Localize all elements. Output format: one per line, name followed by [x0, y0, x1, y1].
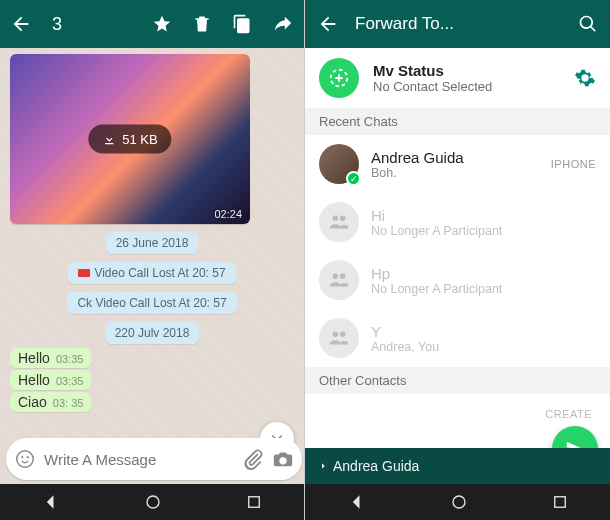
status-title: Mv Status: [373, 62, 492, 79]
composer: [0, 434, 304, 484]
video-icon: [78, 269, 90, 277]
selected-recipient-name: Andrea Guida: [333, 458, 419, 474]
nav-back-icon[interactable]: [347, 492, 367, 512]
selected-count: 3: [52, 14, 62, 35]
nav-back-icon[interactable]: [41, 492, 61, 512]
svg-rect-7: [554, 497, 565, 508]
gear-icon[interactable]: [574, 67, 596, 89]
contact-name: Hi: [371, 207, 596, 224]
create-hint: CREATE: [545, 408, 592, 420]
status-subtitle: No Contact Selected: [373, 79, 492, 94]
back-arrow-icon[interactable]: [10, 13, 32, 35]
date-divider: 26 June 2018: [106, 232, 199, 254]
search-icon[interactable]: [578, 14, 598, 34]
system-message: Video Call Lost At 20: 57: [68, 262, 235, 284]
svg-rect-4: [248, 497, 259, 508]
camera-icon[interactable]: [272, 448, 294, 470]
contact-row[interactable]: HpNo Longer A Participant: [305, 251, 610, 309]
download-pill[interactable]: 51 KB: [88, 125, 171, 154]
section-recent-chats: Recent Chats: [305, 108, 610, 135]
composer-box: [6, 438, 302, 480]
contact-tag: IPHONE: [551, 158, 596, 170]
contact-sub: No Longer A Participant: [371, 282, 596, 296]
contact-row[interactable]: HiNo Longer A Participant: [305, 193, 610, 251]
group-icon: [319, 260, 359, 300]
my-status-row[interactable]: Mv Status No Contact Selected: [305, 48, 610, 108]
contact-name: Andrea Guida: [371, 149, 539, 166]
message-out[interactable]: Ciao03: 35: [10, 392, 91, 412]
group-icon: [319, 318, 359, 358]
delete-icon[interactable]: [192, 14, 212, 34]
forward-pane: Forward To... Mv Status No Contact Selec…: [305, 0, 610, 520]
svg-point-2: [27, 456, 29, 458]
chat-pane: 3 51 KB 02:24 26 June 2018 Video Call Lo…: [0, 0, 305, 520]
back-arrow-icon[interactable]: [317, 13, 339, 35]
svg-point-1: [21, 456, 23, 458]
android-navbar: [305, 484, 610, 520]
emoji-icon[interactable]: [14, 448, 36, 470]
chevron-right-icon: [319, 461, 327, 471]
nav-home-icon[interactable]: [450, 493, 468, 511]
selected-check-icon: ✓: [346, 171, 361, 186]
svg-point-3: [147, 496, 159, 508]
attach-icon[interactable]: [242, 448, 264, 470]
message-out[interactable]: Hello03:35: [10, 370, 91, 390]
nav-recent-icon[interactable]: [551, 493, 569, 511]
contact-sub: Boh.: [371, 166, 539, 180]
forward-icon[interactable]: [272, 13, 294, 35]
download-size: 51 KB: [122, 132, 157, 147]
system-message: Ck Video Call Lost At 20: 57: [67, 292, 236, 314]
section-other-contacts: Other Contacts: [305, 367, 610, 394]
android-navbar: [0, 484, 304, 520]
message-out[interactable]: Hello03:35: [10, 348, 91, 368]
copy-icon[interactable]: [232, 14, 252, 34]
media-timestamp: 02:24: [214, 208, 242, 220]
chat-body: 51 KB 02:24 26 June 2018 Video Call Lost…: [0, 48, 304, 520]
star-icon[interactable]: [152, 14, 172, 34]
contact-sub: No Longer A Participant: [371, 224, 596, 238]
forward-header: Forward To...: [305, 0, 610, 48]
selection-header: 3: [0, 0, 304, 48]
forward-title: Forward To...: [355, 14, 562, 34]
avatar: ✓: [319, 144, 359, 184]
contact-name: Y: [371, 323, 596, 340]
contact-row[interactable]: ✓ Andrea GuidaBoh. IPHONE: [305, 135, 610, 193]
svg-point-6: [453, 496, 465, 508]
nav-recent-icon[interactable]: [245, 493, 263, 511]
message-input[interactable]: [44, 451, 234, 468]
selected-recipients-bar: Andrea Guida: [305, 448, 610, 484]
date-divider: 220 Julv 2018: [105, 322, 200, 344]
image-message[interactable]: 51 KB 02:24: [10, 54, 250, 224]
nav-home-icon[interactable]: [144, 493, 162, 511]
contact-sub: Andrea, You: [371, 340, 596, 354]
group-icon: [319, 202, 359, 242]
svg-point-0: [17, 451, 34, 468]
status-plus-icon: [319, 58, 359, 98]
contact-name: Hp: [371, 265, 596, 282]
contact-row[interactable]: YAndrea, You: [305, 309, 610, 367]
